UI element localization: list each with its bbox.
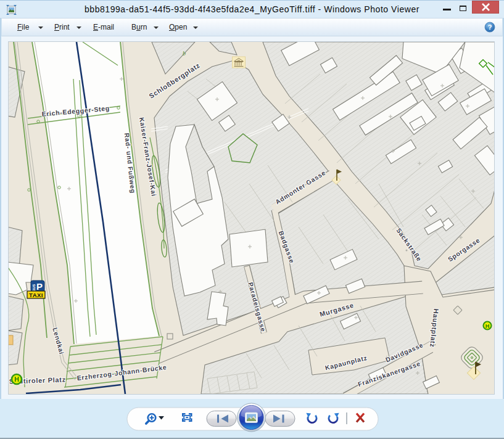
- svg-text:P: P: [36, 281, 43, 292]
- svg-text:Lendkai: Lendkai: [51, 327, 65, 355]
- svg-text:b: b: [183, 50, 186, 57]
- svg-text:?: ?: [488, 23, 492, 31]
- svg-text:TAXI: TAXI: [29, 292, 43, 298]
- svg-text:H: H: [14, 375, 19, 383]
- svg-text:H: H: [485, 323, 490, 329]
